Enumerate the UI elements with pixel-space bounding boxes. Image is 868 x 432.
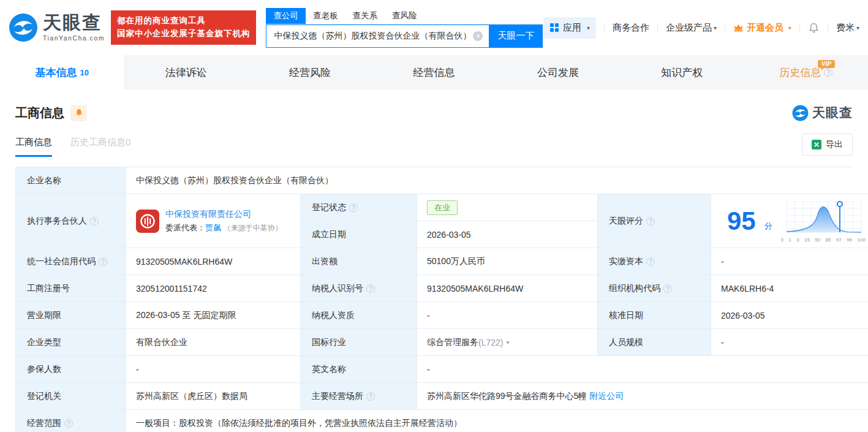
section-header: 工商信息 天眼查 bbox=[0, 89, 868, 121]
search-tab-company[interactable]: 查公司 bbox=[266, 8, 306, 24]
tick: 50 bbox=[815, 237, 820, 243]
field-label-tax-id: 纳税人识别号 bbox=[301, 275, 417, 302]
tab-intellectual-property[interactable]: 知识产权 bbox=[620, 55, 744, 89]
clear-icon[interactable] bbox=[473, 31, 483, 41]
excel-icon bbox=[812, 140, 821, 150]
help-icon[interactable] bbox=[366, 284, 375, 293]
score-axis: 0 1 3 15 50 85 97 99 100 bbox=[781, 237, 866, 243]
authority-value: 苏州高新区（虎丘区）数据局 bbox=[126, 383, 301, 410]
field-label-address: 主要经营场所 bbox=[301, 383, 417, 410]
partner-company-link[interactable]: 中保投资有限责任公司 bbox=[165, 209, 251, 219]
field-label-tax-qual: 纳税人资质 bbox=[301, 302, 417, 329]
subtab-business-info[interactable]: 工商信息 bbox=[15, 137, 52, 157]
search-tab-boss[interactable]: 查老板 bbox=[306, 8, 345, 24]
export-label: 导出 bbox=[826, 139, 843, 150]
field-label-credit-code: 统一社会信用代码 bbox=[16, 248, 126, 275]
tick: 99 bbox=[847, 237, 852, 243]
tax-qual-value: - bbox=[417, 302, 598, 329]
search-tab-risk[interactable]: 查风险 bbox=[385, 8, 425, 24]
tick: 97 bbox=[836, 237, 842, 243]
open-vip[interactable]: 开通会员 ▾ bbox=[733, 22, 791, 34]
tab-company-development[interactable]: 公司发展 bbox=[496, 55, 620, 89]
field-label-org-code: 组织机构代码 bbox=[598, 275, 711, 302]
apps-grid-icon bbox=[549, 23, 559, 32]
help-icon[interactable] bbox=[646, 217, 655, 225]
tab-history-info[interactable]: VIP 历史信息 bbox=[744, 55, 868, 89]
subtab-history-business-info[interactable]: 历史工商信息0 bbox=[70, 137, 130, 157]
status-badge: 在业 bbox=[427, 200, 458, 215]
score-distribution-chart: 0 1 3 15 50 85 97 99 100 bbox=[781, 199, 866, 243]
slogan-line2: 国家中小企业发展子基金旗下机构 bbox=[117, 28, 251, 40]
watermark-logo: 天眼查 bbox=[792, 104, 853, 121]
field-label-industry: 国标行业 bbox=[301, 329, 417, 356]
field-label-capital: 出资额 bbox=[301, 248, 417, 275]
field-label-staff: 人员规模 bbox=[598, 329, 711, 356]
partner-company-logo bbox=[136, 210, 159, 233]
help-icon[interactable] bbox=[646, 257, 655, 266]
biz-cooperation[interactable]: 商务合作 bbox=[613, 22, 649, 34]
field-label-paid-capital: 实缴资本 bbox=[598, 248, 711, 275]
field-label-en-name: 英文名称 bbox=[301, 356, 417, 383]
field-label-est-date: 成立日期 bbox=[301, 221, 417, 248]
chevron-down-icon: ▾ bbox=[587, 25, 590, 31]
industry-value: 综合管理服务 (L722) ▾ bbox=[417, 329, 598, 356]
tab-legal[interactable]: 法律诉讼 bbox=[124, 55, 247, 89]
tianyancha-logo-icon bbox=[9, 13, 38, 42]
tab-count: 10 bbox=[80, 68, 88, 77]
section-title: 工商信息 bbox=[15, 105, 64, 121]
tab-label: 历史信息 bbox=[779, 66, 821, 80]
search-button[interactable]: 天眼一下 bbox=[489, 25, 543, 48]
field-label-reg-status: 登记状态 bbox=[301, 194, 417, 221]
reg-status-value: 在业 bbox=[417, 194, 598, 221]
en-name-value: - bbox=[417, 356, 868, 383]
tick: 0 bbox=[781, 237, 783, 243]
approve-date-value: 2026-03-05 bbox=[711, 302, 868, 329]
rep-link[interactable]: 贾飙 bbox=[205, 223, 221, 232]
user-menu[interactable]: 费米 ▾ bbox=[836, 22, 859, 34]
watermark-text: 天眼查 bbox=[812, 104, 853, 121]
enterprise-products[interactable]: 企业级产品 ▾ bbox=[666, 22, 717, 34]
capital-value: 50100万人民币 bbox=[417, 248, 598, 275]
term-value: 2026-03-05 至 无固定期限 bbox=[126, 302, 301, 329]
apps-menu[interactable]: 应用 ▾ bbox=[543, 17, 596, 39]
business-info-table: 企业名称 中保投义德（苏州）股权投资合伙企业（有限合伙） 执行事务合伙人 中保投… bbox=[15, 167, 853, 432]
search-input[interactable] bbox=[266, 25, 489, 48]
help-icon[interactable] bbox=[349, 203, 358, 212]
label-text: 统一社会信用代码 bbox=[27, 256, 96, 267]
label-text: 纳税人识别号 bbox=[312, 283, 363, 294]
help-icon[interactable] bbox=[99, 257, 107, 266]
search-tab-relation[interactable]: 查关系 bbox=[345, 8, 385, 24]
export-button[interactable]: 导出 bbox=[802, 134, 853, 156]
vip-badge: VIP bbox=[818, 60, 835, 68]
header-menu: 应用 ▾ 商务合作 企业级产品 ▾ 开通会员 ▾ 费米 ▾ bbox=[543, 17, 859, 39]
label-text: 组织机构代码 bbox=[609, 283, 660, 294]
chevron-down-icon[interactable]: ▾ bbox=[506, 339, 509, 346]
tab-basic-info[interactable]: 基本信息 10 bbox=[0, 55, 124, 89]
slogan-banner: 都在用的商业查询工具 国家中小企业发展子基金旗下机构 bbox=[111, 10, 257, 45]
help-icon[interactable] bbox=[366, 392, 375, 401]
tab-operating-risk[interactable]: 经营风险 bbox=[248, 55, 372, 89]
help-icon[interactable] bbox=[663, 284, 672, 293]
industry-code: (L722) bbox=[478, 338, 503, 347]
label-text: 实缴资本 bbox=[609, 256, 643, 267]
divider bbox=[828, 23, 828, 32]
divider bbox=[657, 23, 658, 32]
field-label-approve-date: 核准日期 bbox=[598, 302, 711, 329]
notification-bell-icon[interactable] bbox=[808, 22, 820, 34]
subscribe-bell-button[interactable] bbox=[70, 105, 87, 121]
label-text: 天眼评分 bbox=[609, 216, 643, 227]
search-tabs: 查公司 查老板 查关系 查风险 bbox=[266, 8, 543, 25]
divider bbox=[604, 23, 605, 32]
bell-icon bbox=[75, 108, 83, 117]
industry-name: 综合管理服务 bbox=[427, 337, 478, 348]
help-icon[interactable] bbox=[64, 419, 73, 428]
tab-operating-info[interactable]: 经营信息 bbox=[372, 55, 496, 89]
help-icon[interactable] bbox=[90, 217, 99, 225]
tick: 85 bbox=[826, 237, 831, 243]
company-type-value: 有限合伙企业 bbox=[126, 329, 301, 356]
score-number: 95 bbox=[727, 208, 756, 234]
site-logo[interactable]: 天眼查 TianYanCha.com bbox=[9, 13, 105, 42]
company-name-value: 中保投义德（苏州）股权投资合伙企业（有限合伙） bbox=[126, 167, 868, 194]
site-subtitle: TianYanCha.com bbox=[43, 34, 105, 42]
nearby-companies-link[interactable]: 附近公司 bbox=[589, 391, 624, 402]
